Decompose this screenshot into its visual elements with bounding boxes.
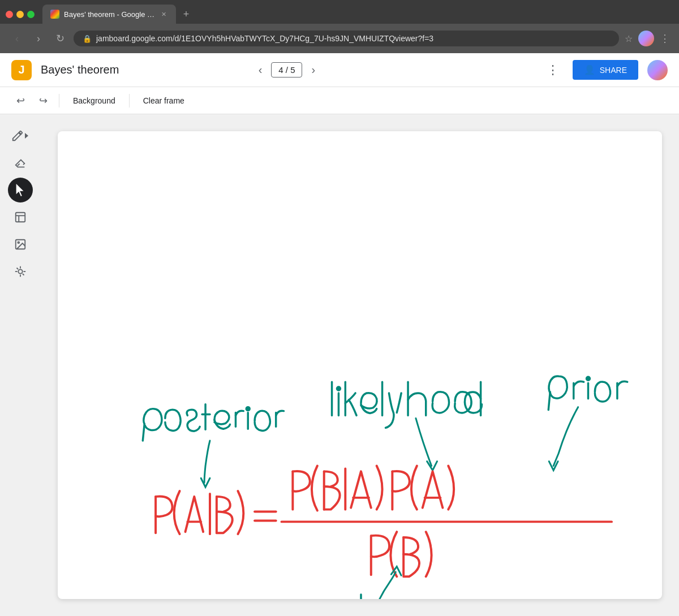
formula-canvas <box>58 131 662 599</box>
jamboard-logo: J <box>11 60 32 80</box>
url-bar[interactable]: 🔒 jamboard.google.com/d/1E1OVYh5hHVabTWY… <box>74 31 619 46</box>
svg-point-15 <box>587 377 590 380</box>
toolbar-divider <box>59 94 59 107</box>
app-container: J Bayes' theorem ‹ 4 / 5 › ⋮ 👤 SHARE ↩ ↪… <box>0 53 679 616</box>
back-button[interactable]: ‹ <box>9 31 25 46</box>
share-label: SHARE <box>600 66 627 75</box>
main-content <box>0 114 679 616</box>
eraser-tool-button[interactable] <box>8 150 33 175</box>
toolbar-divider-2 <box>129 94 130 107</box>
svg-marker-0 <box>25 133 28 139</box>
share-button[interactable]: 👤 SHARE <box>573 60 638 80</box>
svg-line-9 <box>23 274 24 275</box>
tab-bar: Bayes' theorem - Google Jambo ✕ + <box>0 0 679 24</box>
left-toolbar <box>0 114 41 616</box>
page-nav: ‹ 4 / 5 › <box>259 62 316 77</box>
background-button[interactable]: Background <box>66 93 122 109</box>
lock-icon: 🔒 <box>83 35 92 43</box>
app-toolbar: J Bayes' theorem ‹ 4 / 5 › ⋮ 👤 SHARE <box>0 53 679 87</box>
canvas-area <box>41 114 679 616</box>
svg-line-8 <box>17 268 19 270</box>
undo-button[interactable]: ↩ <box>11 92 29 110</box>
more-options-button[interactable]: ⋮ <box>542 58 564 82</box>
svg-rect-1 <box>16 213 25 222</box>
active-tab[interactable]: Bayes' theorem - Google Jambo ✕ <box>42 5 176 24</box>
reload-button[interactable]: ↻ <box>52 31 68 46</box>
address-bar: ‹ › ↻ 🔒 jamboard.google.com/d/1E1OVYh5hH… <box>0 24 679 53</box>
pen-tool-button[interactable] <box>8 123 33 148</box>
svg-point-13 <box>246 407 250 411</box>
jamboard-favicon <box>50 10 59 19</box>
bookmark-icon[interactable]: ☆ <box>625 33 633 44</box>
fullscreen-button[interactable] <box>27 11 35 18</box>
share-icon: 👤 <box>584 64 595 75</box>
next-page-button[interactable]: › <box>311 63 315 76</box>
page-indicator: 4 / 5 <box>271 62 302 77</box>
redo-button[interactable]: ↪ <box>34 92 52 110</box>
url-text: jamboard.google.com/d/1E1OVYh5hHVabTWYTc… <box>96 34 610 43</box>
svg-point-14 <box>337 387 340 390</box>
select-tool-button[interactable] <box>8 178 33 203</box>
app-title: Bayes' theorem <box>41 63 250 76</box>
new-tab-button[interactable]: + <box>178 6 194 22</box>
secondary-toolbar: ↩ ↪ Background Clear frame <box>0 87 679 114</box>
clear-frame-button[interactable]: Clear frame <box>136 93 191 109</box>
image-tool-button[interactable] <box>8 232 33 257</box>
tab-title: Bayes' theorem - Google Jambo <box>64 10 154 19</box>
forward-button[interactable]: › <box>31 31 46 46</box>
laser-tool-button[interactable] <box>8 259 33 284</box>
svg-point-5 <box>18 242 19 243</box>
profile-avatar[interactable] <box>638 31 654 46</box>
prev-page-button[interactable]: ‹ <box>259 63 263 76</box>
close-button[interactable] <box>6 11 13 18</box>
user-avatar[interactable] <box>647 60 668 80</box>
tab-close-button[interactable]: ✕ <box>159 10 168 19</box>
minimize-button[interactable] <box>16 11 24 18</box>
svg-point-12 <box>18 269 22 273</box>
whiteboard[interactable] <box>58 131 662 599</box>
traffic-lights <box>6 11 35 18</box>
chrome-menu-button[interactable]: ⋮ <box>660 32 670 45</box>
sticky-note-button[interactable] <box>8 205 33 230</box>
